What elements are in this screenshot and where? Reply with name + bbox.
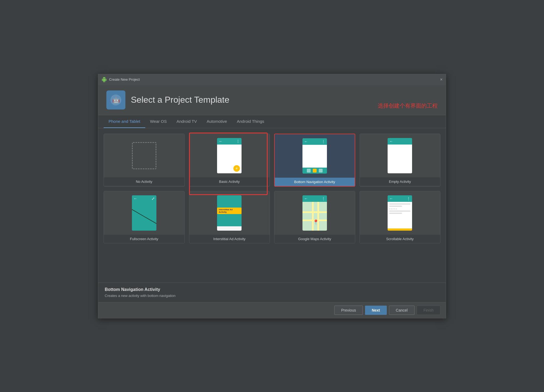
list-card: ← ⋮	[388, 195, 412, 231]
tab-automotive[interactable]: Automotive	[202, 115, 232, 128]
template-label-bottom-nav: Bottom Navigation Activity	[275, 178, 355, 186]
list-line-1	[389, 203, 410, 205]
nav-dot-1	[307, 169, 311, 173]
previous-button[interactable]: Previous	[334, 306, 363, 315]
fullscreen-card: ← ⤢	[132, 195, 156, 231]
list-footer	[388, 228, 412, 231]
template-card-fullscreen[interactable]: ← ⤢ Fullscreen Activity	[104, 191, 185, 243]
nav-dot-2	[313, 169, 317, 173]
ad-label: Interstitial Ad Activity	[217, 208, 242, 214]
next-button[interactable]: Next	[365, 306, 387, 315]
bottom-info: Bottom Navigation Activity Creates a new…	[98, 283, 446, 302]
phone-footer-bottom-nav	[302, 168, 327, 174]
list-body	[388, 202, 412, 228]
phone-body-empty	[388, 145, 412, 173]
header-icon: 🤖	[106, 90, 125, 109]
back-arrow-empty: ←	[389, 139, 393, 143]
more-icon-basic: ⋮	[236, 139, 240, 143]
nav-dot-3	[319, 169, 323, 173]
template-preview-maps: ← ⋮ 📍	[274, 191, 355, 235]
list-line-4	[389, 213, 402, 214]
header: 🤖 Select a Project Template 选择创建个有界面的工程	[98, 85, 446, 115]
back-arrow-bottom-nav: ←	[304, 139, 308, 144]
finish-button[interactable]: Finish	[417, 306, 440, 315]
template-preview-scrollable: ← ⋮	[360, 191, 440, 235]
map-back: ←	[304, 196, 308, 201]
map-more: ⋮	[322, 196, 325, 201]
tab-wear-os[interactable]: Wear OS	[145, 115, 172, 128]
list-header: ← ⋮	[388, 195, 412, 202]
template-card-basic-activity[interactable]: ← ⋮ + Basic Activity	[189, 134, 270, 187]
selected-template-name: Bottom Navigation Activity	[105, 287, 439, 292]
selected-template-desc: Creates a new activity with bottom navig…	[105, 294, 439, 298]
templates-grid-container: No Activity ← ⋮ +	[104, 134, 440, 243]
map-preview: ← ⋮ 📍	[302, 195, 327, 231]
list-dots	[389, 208, 410, 209]
tab-android-tv[interactable]: Android TV	[172, 115, 202, 128]
back-arrow-basic: ←	[219, 139, 222, 143]
map-road-v	[312, 202, 314, 231]
template-card-maps[interactable]: ← ⋮ 📍	[274, 191, 355, 243]
title-bar-title: Create New Project	[109, 77, 140, 81]
template-label-scrollable: Scrollable Activity	[360, 235, 440, 243]
map-road-v2	[317, 202, 319, 231]
template-preview-no-activity	[104, 134, 184, 177]
map-body: 📍	[302, 202, 327, 231]
template-label-interstitial: Interstitial Ad Activity	[189, 235, 270, 243]
diagonal-line	[132, 208, 156, 225]
template-preview-empty: ←	[360, 134, 440, 177]
template-card-scrollable[interactable]: ← ⋮	[360, 191, 441, 243]
templates-grid-wrapper: No Activity ← ⋮ +	[98, 128, 446, 283]
template-card-no-activity[interactable]: No Activity	[104, 134, 185, 187]
interstitial-footer	[217, 226, 242, 231]
phone-mockup-bottom-nav: ← ⋮	[302, 138, 327, 174]
template-card-empty[interactable]: ← Empty Activity	[360, 134, 441, 187]
phone-mockup-empty: ←	[388, 138, 412, 173]
map-header: ← ⋮	[302, 195, 327, 202]
template-label-basic: Basic Activity	[189, 177, 270, 186]
map-road-h	[302, 211, 327, 213]
interstitial-body: Interstitial Ad Activity	[217, 195, 242, 226]
phone-header-bottom-nav: ← ⋮	[302, 138, 327, 145]
list-dot-5	[396, 208, 397, 209]
fullscreen-header: ← ⤢	[132, 195, 156, 202]
phone-header-empty: ←	[388, 138, 412, 145]
phone-body-bottom-nav	[302, 145, 327, 168]
android-studio-icon: 🤖	[109, 93, 123, 107]
header-annotation: 选择创建个有界面的工程	[378, 102, 438, 109]
header-title: Select a Project Template	[131, 95, 372, 105]
list-dot-1	[389, 208, 390, 209]
dialog: Create New Project × 🤖 Select a Project …	[98, 74, 446, 318]
tab-android-things[interactable]: Android Things	[232, 115, 269, 128]
list-dot-3	[392, 208, 394, 209]
list-dot-4	[394, 208, 395, 209]
fullscreen-back: ←	[134, 196, 137, 201]
template-preview-fullscreen: ← ⤢	[104, 191, 184, 235]
template-card-interstitial[interactable]: Interstitial Ad Activity Interstitial Ad…	[189, 191, 270, 243]
cancel-button[interactable]: Cancel	[389, 306, 415, 315]
template-label-no-activity: No Activity	[104, 177, 184, 186]
list-line-2	[389, 206, 402, 207]
expand-icon: ⤢	[152, 196, 155, 201]
template-label-fullscreen: Fullscreen Activity	[104, 235, 184, 243]
tabs-container: Phone and Tablet Wear OS Android TV Auto…	[98, 115, 446, 128]
close-button[interactable]: ×	[440, 77, 443, 82]
header-text: Select a Project Template	[131, 95, 372, 105]
phone-header-basic: ← ⋮	[217, 138, 242, 145]
title-bar-left: Create New Project	[101, 77, 140, 82]
phone-body-basic: +	[217, 145, 242, 173]
no-activity-box	[132, 142, 156, 169]
list-more: ⋮	[407, 196, 410, 201]
phone-mockup-basic: ← ⋮ +	[217, 138, 242, 173]
template-label-empty: Empty Activity	[360, 177, 440, 186]
interstitial-card: Interstitial Ad Activity	[217, 195, 242, 231]
svg-text:🤖: 🤖	[112, 96, 120, 104]
list-dot-2	[391, 208, 392, 209]
template-preview-bottom-nav: ← ⋮	[275, 134, 355, 178]
fullscreen-body	[132, 202, 156, 231]
template-card-bottom-nav[interactable]: ← ⋮ Bottom Naviga	[274, 134, 355, 187]
template-label-maps: Google Maps Activity	[274, 235, 355, 243]
tab-phone-tablet[interactable]: Phone and Tablet	[104, 115, 145, 128]
fab-basic: +	[233, 165, 240, 172]
list-back: ←	[389, 196, 393, 201]
